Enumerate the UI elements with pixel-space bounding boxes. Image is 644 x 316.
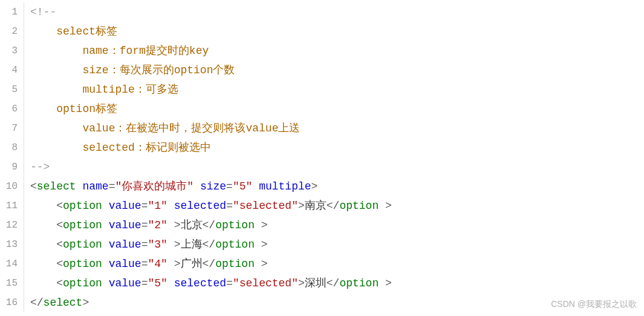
token: size xyxy=(200,180,226,193)
code-line: value：在被选中时，提交则将该value上送 xyxy=(30,119,644,138)
line-number: 10 xyxy=(0,177,18,196)
code-line: <option value="2" >北京</option > xyxy=(30,216,644,235)
token xyxy=(194,180,200,193)
token: value xyxy=(109,219,141,231)
token: multiple xyxy=(259,180,311,193)
token: = xyxy=(141,239,148,251)
line-number-gutter: 12345678910111213141516 xyxy=(0,2,24,312)
token xyxy=(76,180,83,193)
code-line: <option value="4" >广州</option > xyxy=(30,254,644,274)
line-number: 12 xyxy=(0,216,18,235)
token xyxy=(30,200,56,212)
token xyxy=(30,219,56,231)
line-number: 6 xyxy=(0,99,18,119)
token xyxy=(30,64,82,76)
token: "2" xyxy=(148,219,167,231)
token: select标签 xyxy=(56,25,117,38)
token: multiple：可多选 xyxy=(82,84,178,96)
token: </ xyxy=(203,258,216,270)
token: < xyxy=(56,258,63,270)
token xyxy=(102,239,109,251)
code-line: multiple：可多选 xyxy=(30,80,644,99)
code-line: --> xyxy=(30,157,644,177)
code-line: select标签 xyxy=(30,22,644,41)
token: selected：标记则被选中 xyxy=(82,142,210,154)
token xyxy=(30,84,82,96)
token xyxy=(168,277,174,289)
token xyxy=(168,200,174,212)
token: 上海 xyxy=(181,239,203,251)
token: 南京 xyxy=(305,200,327,212)
token: = xyxy=(226,277,233,289)
code-block: 12345678910111213141516 <!-- select标签 na… xyxy=(0,0,644,315)
token: option xyxy=(215,258,261,270)
code-line: </select> xyxy=(30,293,644,312)
token: selected xyxy=(174,200,226,212)
token: "5" xyxy=(148,277,167,289)
token: </ xyxy=(30,297,44,309)
token: 北京 xyxy=(181,219,203,231)
line-number: 15 xyxy=(0,274,18,293)
token: = xyxy=(141,200,148,212)
token: <!-- xyxy=(30,6,56,18)
token: = xyxy=(141,219,148,231)
token xyxy=(30,142,82,154)
token xyxy=(30,277,56,289)
token xyxy=(102,200,109,212)
token: option xyxy=(339,277,385,289)
token xyxy=(30,103,56,115)
code-line: <option value="5" selected="selected">深圳… xyxy=(30,274,644,293)
token: --> xyxy=(30,161,50,173)
code-line: <select name="你喜欢的城市" size="5" multiple> xyxy=(30,177,644,196)
token xyxy=(168,239,174,251)
token: option xyxy=(63,258,102,270)
token: < xyxy=(56,200,63,212)
token: > xyxy=(385,200,392,212)
line-number: 8 xyxy=(0,138,18,157)
token: = xyxy=(226,200,233,212)
token: 广州 xyxy=(181,258,203,270)
token: > xyxy=(298,200,305,212)
token: "selected" xyxy=(233,200,298,212)
token: </ xyxy=(327,277,340,289)
line-number: 7 xyxy=(0,119,18,138)
token: option xyxy=(63,277,102,289)
token: > xyxy=(261,219,268,231)
token: > xyxy=(298,277,305,289)
token: option标签 xyxy=(56,103,117,115)
token: name：form提交时的key xyxy=(82,45,209,57)
token: value xyxy=(109,239,141,251)
token: select xyxy=(37,180,76,193)
token: </ xyxy=(203,239,216,251)
token: option xyxy=(63,200,102,212)
line-number: 11 xyxy=(0,196,18,216)
token: "4" xyxy=(148,258,167,270)
token: option xyxy=(63,219,102,231)
token: </ xyxy=(203,219,216,231)
token xyxy=(30,258,56,270)
token: option xyxy=(215,239,261,251)
token xyxy=(252,180,259,193)
token xyxy=(30,45,82,57)
code-content[interactable]: <!-- select标签 name：form提交时的key size：每次展示… xyxy=(24,2,644,312)
code-line: <option value="3" >上海</option > xyxy=(30,235,644,254)
token: value xyxy=(109,200,141,212)
code-line: size：每次展示的option个数 xyxy=(30,61,644,80)
line-number: 14 xyxy=(0,254,18,274)
code-line: selected：标记则被选中 xyxy=(30,138,644,157)
token xyxy=(30,239,56,251)
token: 深圳 xyxy=(305,277,327,289)
token xyxy=(168,219,174,231)
token: value xyxy=(109,258,141,270)
token: < xyxy=(56,239,63,251)
line-number: 4 xyxy=(0,61,18,80)
token xyxy=(168,258,174,270)
token: value：在被选中时，提交则将该value上送 xyxy=(82,122,300,134)
token: > xyxy=(311,180,318,193)
token: < xyxy=(56,277,63,289)
token xyxy=(102,219,109,231)
line-number: 3 xyxy=(0,41,18,61)
token: > xyxy=(174,239,181,251)
line-number: 1 xyxy=(0,2,18,22)
token xyxy=(102,277,109,289)
